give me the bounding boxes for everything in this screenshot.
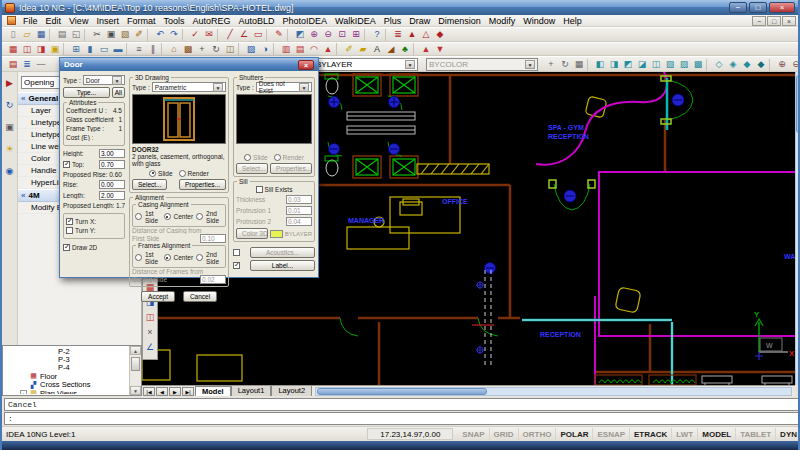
- toggle-tablet[interactable]: TABLET: [736, 428, 776, 441]
- chevron-down-icon[interactable]: ▼: [405, 60, 415, 69]
- menu-view[interactable]: View: [65, 15, 92, 27]
- view-top-icon[interactable]: ◧: [593, 58, 607, 71]
- toggle-esnap[interactable]: ESNAP: [593, 428, 630, 441]
- tab-layout2[interactable]: Layout2: [271, 386, 312, 396]
- arch-icon[interactable]: ◠: [307, 43, 321, 56]
- turn-x-checkbox[interactable]: [66, 218, 73, 225]
- door-type-combo[interactable]: Door ▼: [83, 75, 125, 85]
- camera-icon[interactable]: ◉: [3, 165, 17, 178]
- view-bottom-icon[interactable]: ◨: [607, 58, 621, 71]
- render-radio[interactable]: [179, 170, 186, 177]
- chimney-icon[interactable]: ▲: [321, 43, 335, 56]
- library-icon[interactable]: ◫: [223, 43, 237, 56]
- view-iso-icon[interactable]: ▨: [677, 58, 691, 71]
- frames-1st-side-radio[interactable]: [135, 254, 142, 261]
- label-checkbox[interactable]: [233, 262, 240, 269]
- toggle-polar[interactable]: POLAR: [556, 428, 593, 441]
- zoom-out-icon[interactable]: ⊖: [321, 28, 335, 41]
- orbit-icon[interactable]: ↻: [558, 58, 572, 71]
- up-arrow-icon[interactable]: ▲: [419, 43, 433, 56]
- collapse-icon[interactable]: «: [21, 94, 25, 103]
- view-back-icon[interactable]: ◪: [635, 58, 649, 71]
- triangle-icon[interactable]: ▲: [405, 28, 419, 41]
- menu-modify[interactable]: Modify: [485, 15, 520, 27]
- all-button[interactable]: All: [112, 87, 125, 98]
- save-icon[interactable]: ▦: [34, 28, 48, 41]
- horizontal-scrollbar[interactable]: [315, 387, 792, 396]
- beam-tool-icon[interactable]: ▬: [111, 43, 125, 56]
- scrollbar-thumb[interactable]: [796, 75, 800, 133]
- partition-icon[interactable]: ▥: [279, 43, 293, 56]
- shade-hidden-icon[interactable]: ◈: [726, 58, 740, 71]
- command-input[interactable]: :: [4, 412, 800, 425]
- separator[interactable]: [336, 43, 341, 55]
- redo-icon[interactable]: ↷: [167, 28, 181, 41]
- shade-wireframe-icon[interactable]: ◇: [712, 58, 726, 71]
- warning-icon[interactable]: △: [419, 28, 433, 41]
- separator[interactable]: [266, 29, 271, 41]
- length-input[interactable]: [99, 191, 125, 200]
- light-icon[interactable]: ☀: [3, 143, 17, 156]
- rt-zoom-out-icon[interactable]: ⊖: [789, 58, 800, 71]
- menu-edit[interactable]: Edit: [42, 15, 66, 27]
- shade-smooth-icon[interactable]: ◆: [754, 58, 768, 71]
- separator[interactable]: [217, 29, 222, 41]
- view-front-icon[interactable]: ◩: [621, 58, 635, 71]
- casing-1st-side-radio[interactable]: [135, 213, 142, 220]
- expander-icon[interactable]: [38, 348, 45, 355]
- toggle-model[interactable]: MODEL: [698, 428, 736, 441]
- select-button[interactable]: Select...: [132, 179, 167, 190]
- mdi-minimize-button[interactable]: −: [752, 16, 766, 26]
- chevron-down-icon[interactable]: ▼: [112, 76, 122, 85]
- properties-icon[interactable]: ▤: [6, 58, 20, 71]
- hatch-wall-icon[interactable]: ▤: [293, 43, 307, 56]
- scrollbar-thumb[interactable]: [317, 388, 487, 395]
- separator[interactable]: [287, 29, 292, 41]
- menu-help[interactable]: Help: [559, 15, 586, 27]
- casing-center-radio[interactable]: [164, 213, 171, 220]
- slide-radio[interactable]: [149, 170, 156, 177]
- sill-exists-checkbox[interactable]: [256, 186, 263, 193]
- draw-polyline-icon[interactable]: ∠: [237, 28, 251, 41]
- dialog-title-bar[interactable]: Door ×: [60, 58, 318, 71]
- expander-icon[interactable]: +: [20, 390, 27, 394]
- type-button[interactable]: Type...: [63, 87, 110, 98]
- mail-icon[interactable]: ✉: [202, 28, 216, 41]
- grid-tool-icon[interactable]: ⊞: [69, 43, 83, 56]
- tree-item-p4[interactable]: P-4: [4, 364, 128, 372]
- column-tool-icon[interactable]: ▮: [83, 43, 97, 56]
- cut-icon[interactable]: ✂: [90, 28, 104, 41]
- menu-autoreg[interactable]: AutoREG: [188, 15, 234, 27]
- separator[interactable]: [364, 29, 369, 41]
- render-icon[interactable]: ◑: [258, 43, 272, 56]
- palette-icon[interactable]: ◩: [293, 28, 307, 41]
- print-icon[interactable]: ▤: [55, 28, 69, 41]
- menu-tools[interactable]: Tools: [159, 15, 188, 27]
- scroll-up-icon[interactable]: ▲: [130, 346, 141, 355]
- block-icon[interactable]: ◆: [433, 28, 447, 41]
- mdi-restore-button[interactable]: □: [767, 16, 781, 26]
- copy-entity-icon[interactable]: ▩: [181, 43, 195, 56]
- spellcheck-icon[interactable]: ✓: [188, 28, 202, 41]
- menu-format[interactable]: Format: [123, 15, 160, 27]
- pan-icon[interactable]: +: [544, 58, 558, 71]
- separator[interactable]: [273, 43, 278, 55]
- pen-icon[interactable]: ✐: [342, 43, 356, 56]
- rotate-entity-icon[interactable]: ↻: [209, 43, 223, 56]
- view-left-icon[interactable]: ◫: [649, 58, 663, 71]
- height-input[interactable]: [99, 149, 125, 158]
- expander-icon[interactable]: [20, 373, 27, 380]
- separator[interactable]: [385, 29, 390, 41]
- rise-input[interactable]: [99, 180, 125, 189]
- close-button[interactable]: ×: [769, 2, 795, 13]
- menu-photoidea[interactable]: PhotoIDEA: [279, 15, 332, 27]
- format-painter-icon[interactable]: ✐: [132, 28, 146, 41]
- prev-tab-button[interactable]: ◀: [156, 387, 168, 396]
- separator[interactable]: [147, 29, 152, 41]
- label-button[interactable]: Label...: [250, 260, 315, 271]
- last-tab-button[interactable]: ▶|: [182, 387, 194, 396]
- cancel-button[interactable]: Cancel: [183, 291, 217, 302]
- first-tab-button[interactable]: |◀: [143, 387, 155, 396]
- brush-icon[interactable]: ▰: [356, 43, 370, 56]
- linetype-manager-icon[interactable]: —: [34, 58, 48, 71]
